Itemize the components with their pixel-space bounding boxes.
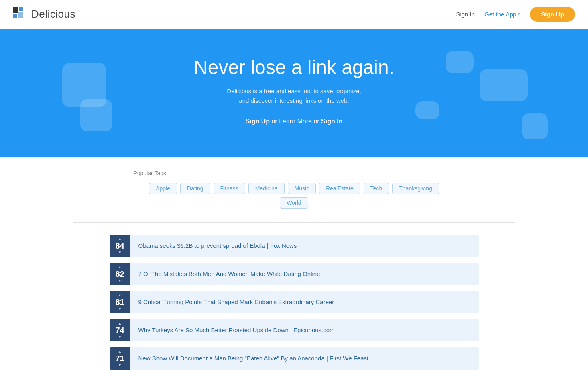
hero-signin-link[interactable]: Sign In — [321, 118, 342, 125]
feed-section: ▲ 84 ▼ Obama seeks $6.2B to prevent spre… — [102, 235, 487, 370]
feed-item: ▲ 81 ▼ 9 Critical Turning Points That Sh… — [110, 291, 479, 313]
vote-up-button[interactable]: ▲ — [118, 350, 122, 354]
chevron-down-icon: ▾ — [518, 12, 520, 17]
vote-count: 84 — [115, 242, 124, 250]
vote-count: 74 — [115, 326, 124, 334]
hero-decoration-2 — [80, 99, 112, 131]
vote-up-button[interactable]: ▲ — [118, 293, 122, 297]
tag-pill[interactable]: Apple — [149, 183, 177, 194]
brand-logo-icon — [13, 7, 27, 22]
brand-link[interactable]: Delicious — [13, 7, 75, 22]
hero-cta-or: or Learn More or — [271, 118, 321, 125]
signup-button[interactable]: Sign Up — [530, 7, 575, 22]
svg-rect-0 — [13, 7, 18, 13]
getapp-label: Get the App — [484, 11, 516, 18]
tag-pill[interactable]: Fitness — [214, 183, 245, 194]
feed-link[interactable]: 9 Critical Turning Points That Shaped Ma… — [130, 291, 479, 313]
vote-up-button[interactable]: ▲ — [118, 321, 122, 325]
tag-pill[interactable]: World — [280, 197, 308, 209]
brand-title: Delicious — [31, 8, 75, 20]
tags-row: AppleDatingFitnessMedicineMusicRealEstat… — [134, 183, 455, 209]
vote-down-button[interactable]: ▼ — [118, 251, 122, 255]
svg-rect-1 — [19, 7, 23, 11]
vote-count: 81 — [115, 298, 124, 306]
vote-down-button[interactable]: ▼ — [118, 307, 122, 311]
signin-link[interactable]: Sign In — [456, 11, 475, 18]
feed-item: ▲ 82 ▼ 7 Of The Mistakes Both Men And Wo… — [110, 263, 479, 285]
vote-up-button[interactable]: ▲ — [118, 237, 122, 241]
vote-box: ▲ 84 ▼ — [110, 235, 130, 257]
hero-section: Never lose a link again. Delicious is a … — [0, 29, 588, 157]
vote-count: 82 — [115, 270, 124, 278]
hero-decoration-6 — [415, 101, 439, 119]
hero-decoration-3 — [446, 51, 474, 73]
feed-link[interactable]: 7 Of The Mistakes Both Men And Women Mak… — [130, 263, 479, 285]
vote-count: 71 — [115, 354, 124, 362]
section-divider — [73, 222, 515, 223]
feed-item: ▲ 74 ▼ Why Turkeys Are So Much Better Ro… — [110, 319, 479, 341]
navbar-right: Sign In Get the App ▾ Sign Up — [456, 7, 575, 22]
popular-tags-label: Popular Tags — [134, 170, 455, 176]
vote-box: ▲ 81 ▼ — [110, 291, 130, 313]
hero-decoration-4 — [480, 69, 528, 101]
hero-decoration-5 — [522, 113, 548, 139]
feed-link[interactable]: Obama seeks $6.2B to prevent spread of E… — [130, 235, 479, 257]
hero-subtitle-line2: and discover interesting links on the we… — [239, 97, 349, 104]
vote-box: ▲ 71 ▼ — [110, 347, 130, 370]
vote-box: ▲ 74 ▼ — [110, 319, 130, 341]
tag-pill[interactable]: Thanksgiving — [392, 183, 439, 194]
svg-rect-3 — [18, 12, 23, 18]
popular-tags-section: Popular Tags AppleDatingFitnessMedicineM… — [0, 157, 588, 218]
navbar: Delicious Sign In Get the App ▾ Sign Up — [0, 0, 588, 29]
feed-link[interactable]: New Show Will Document a Man Being "Eate… — [130, 347, 479, 370]
tag-pill[interactable]: Medicine — [248, 183, 285, 194]
feed-link[interactable]: Why Turkeys Are So Much Better Roasted U… — [130, 319, 479, 341]
vote-box: ▲ 82 ▼ — [110, 263, 130, 285]
vote-down-button[interactable]: ▼ — [118, 279, 122, 283]
tag-pill[interactable]: Dating — [180, 183, 210, 194]
feed-item: ▲ 84 ▼ Obama seeks $6.2B to prevent spre… — [110, 235, 479, 257]
feed-item: ▲ 71 ▼ New Show Will Document a Man Bein… — [110, 347, 479, 370]
tag-pill[interactable]: RealEstate — [319, 183, 360, 194]
getapp-link[interactable]: Get the App ▾ — [484, 11, 520, 18]
vote-up-button[interactable]: ▲ — [118, 265, 122, 269]
vote-down-button[interactable]: ▼ — [118, 363, 122, 367]
hero-signup-link[interactable]: Sign Up — [246, 118, 270, 125]
hero-subtitle-line1: Delicious is a free and easy tool to sav… — [227, 88, 361, 94]
tag-pill[interactable]: Tech — [364, 183, 389, 194]
vote-down-button[interactable]: ▼ — [118, 335, 122, 339]
svg-rect-2 — [13, 14, 17, 18]
tag-pill[interactable]: Music — [288, 183, 316, 194]
